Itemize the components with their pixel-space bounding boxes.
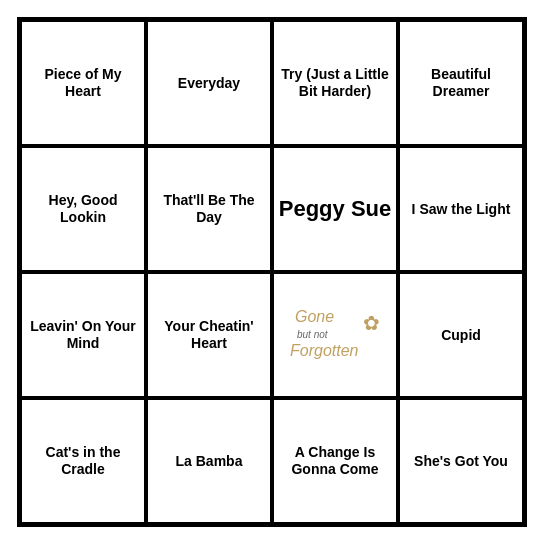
cell-label: A Change Is Gonna Come — [278, 444, 392, 478]
bingo-cell-r2c3[interactable]: Cupid — [398, 272, 524, 398]
cell-label: Piece of My Heart — [26, 66, 140, 100]
bingo-card: Piece of My HeartEverydayTry (Just a Lit… — [17, 17, 527, 527]
bingo-cell-r0c3[interactable]: Beautiful Dreamer — [398, 20, 524, 146]
gone-but-not-forgotten-image: ✿Gonebut notForgotten — [285, 300, 385, 370]
svg-text:but not: but not — [297, 329, 329, 340]
cell-label: I Saw the Light — [412, 201, 511, 218]
cell-label: She's Got You — [414, 453, 508, 470]
bingo-cell-r3c3[interactable]: She's Got You — [398, 398, 524, 524]
bingo-cell-r2c2[interactable]: ✿Gonebut notForgotten — [272, 272, 398, 398]
cell-label: Cat's in the Cradle — [26, 444, 140, 478]
bingo-cell-r0c2[interactable]: Try (Just a Little Bit Harder) — [272, 20, 398, 146]
bingo-cell-r1c2[interactable]: Peggy Sue — [272, 146, 398, 272]
bingo-cell-r3c0[interactable]: Cat's in the Cradle — [20, 398, 146, 524]
cell-label: Your Cheatin' Heart — [152, 318, 266, 352]
cell-label: That'll Be The Day — [152, 192, 266, 226]
cell-label: Leavin' On Your Mind — [26, 318, 140, 352]
bingo-cell-r3c2[interactable]: A Change Is Gonna Come — [272, 398, 398, 524]
cell-label: Peggy Sue — [279, 196, 391, 222]
cell-label: Beautiful Dreamer — [404, 66, 518, 100]
cell-label: Hey, Good Lookin — [26, 192, 140, 226]
cell-label: Cupid — [441, 327, 481, 344]
svg-text:✿: ✿ — [363, 312, 380, 334]
bingo-cell-r0c1[interactable]: Everyday — [146, 20, 272, 146]
bingo-cell-r1c1[interactable]: That'll Be The Day — [146, 146, 272, 272]
cell-label: Try (Just a Little Bit Harder) — [278, 66, 392, 100]
svg-text:Forgotten: Forgotten — [290, 342, 359, 359]
bingo-cell-r0c0[interactable]: Piece of My Heart — [20, 20, 146, 146]
cell-label: La Bamba — [176, 453, 243, 470]
svg-text:Gone: Gone — [295, 308, 334, 325]
bingo-cell-r3c1[interactable]: La Bamba — [146, 398, 272, 524]
bingo-cell-r2c0[interactable]: Leavin' On Your Mind — [20, 272, 146, 398]
bingo-cell-r2c1[interactable]: Your Cheatin' Heart — [146, 272, 272, 398]
bingo-cell-r1c3[interactable]: I Saw the Light — [398, 146, 524, 272]
bingo-cell-r1c0[interactable]: Hey, Good Lookin — [20, 146, 146, 272]
cell-label: Everyday — [178, 75, 240, 92]
